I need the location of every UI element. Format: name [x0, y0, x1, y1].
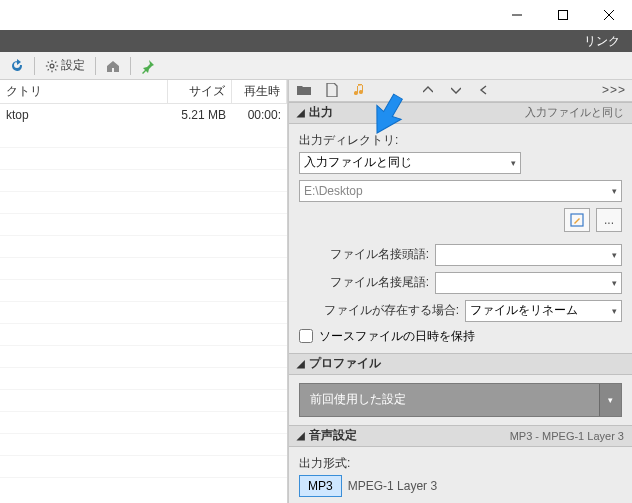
filelist-body[interactable]: ktop 5.21 MB 00:00: [0, 104, 287, 503]
chevron-down-icon: ▾ [612, 250, 617, 260]
refresh-icon[interactable] [6, 55, 28, 77]
svg-line-9 [48, 61, 49, 62]
settings-panel: >>> ◢ 出力 入力ファイルと同じ 出力ディレクトリ: 入力ファイルと同じ ▾… [288, 80, 632, 503]
format-button[interactable]: MP3 [299, 475, 342, 497]
collapse-triangle-icon: ◢ [297, 107, 305, 118]
format-label: 出力形式: [299, 455, 622, 472]
chevron-down-icon: ▾ [511, 158, 516, 168]
col-playtime[interactable]: 再生時 [232, 80, 287, 103]
collapse-icon[interactable] [419, 81, 437, 99]
chevron-down-icon: ▾ [612, 186, 617, 196]
profile-title: プロファイル [309, 355, 381, 372]
toolbar-separator [95, 57, 96, 75]
output-body: 出力ディレクトリ: 入力ファイルと同じ ▾ E:\Desktop ▾ ... フ… [289, 124, 632, 353]
more-button[interactable]: >>> [602, 83, 626, 97]
exists-label: ファイルが存在する場合: [299, 302, 459, 319]
suffix-combo[interactable]: ▾ [435, 272, 622, 294]
exists-combo[interactable]: ファイルをリネーム ▾ [465, 300, 622, 322]
audio-title: 音声設定 [309, 427, 357, 444]
profile-body: 前回使用した設定 ▾ [289, 375, 632, 425]
svg-line-10 [55, 69, 56, 70]
output-summary: 入力ファイルと同じ [525, 105, 624, 120]
collapse-triangle-icon: ◢ [297, 358, 305, 369]
maximize-button[interactable] [540, 0, 586, 30]
prev-icon[interactable] [475, 81, 493, 99]
profile-dropdown-button[interactable]: ▾ [599, 384, 621, 416]
svg-point-4 [50, 64, 54, 68]
cell-play: 00:00: [232, 104, 287, 126]
profile-combo[interactable]: 前回使用した設定 ▾ [299, 383, 622, 417]
chevron-down-icon: ▾ [612, 278, 617, 288]
outpath-value: E:\Desktop [304, 184, 363, 198]
file-list: クトリ サイズ 再生時 ktop 5.21 MB 00:00: [0, 80, 288, 503]
format-desc: MPEG-1 Layer 3 [348, 479, 437, 493]
outdir-value: 入力ファイルと同じ [304, 154, 412, 171]
outdir-combo[interactable]: 入力ファイルと同じ ▾ [299, 152, 521, 174]
outdir-label: 出力ディレクトリ: [299, 132, 622, 149]
main-area: クトリ サイズ 再生時 ktop 5.21 MB 00:00: [0, 80, 632, 503]
exists-value: ファイルをリネーム [470, 302, 578, 319]
main-toolbar: 設定 [0, 52, 632, 80]
titlebar [0, 0, 632, 30]
audio-summary: MP3 - MPEG-1 Layer 3 [510, 430, 624, 442]
prefix-label: ファイル名接頭語: [299, 246, 429, 263]
profile-header[interactable]: ◢ プロファイル [289, 353, 632, 375]
svg-line-11 [48, 69, 49, 70]
music-icon[interactable] [351, 81, 369, 99]
svg-rect-1 [559, 11, 568, 20]
settings-button[interactable]: 設定 [41, 57, 89, 74]
expand-icon[interactable] [447, 81, 465, 99]
edit-path-button[interactable] [564, 208, 590, 232]
keep-timestamp-checkbox[interactable]: ソースファイルの日時を保持 [299, 328, 622, 345]
audio-body: 出力形式: MP3 MPEG-1 Layer 3 [289, 447, 632, 503]
profile-value: 前回使用した設定 [300, 391, 599, 408]
minimize-button[interactable] [494, 0, 540, 30]
link-bar: リンク [0, 30, 632, 52]
keep-timestamp-input[interactable] [299, 329, 313, 343]
browse-button[interactable]: ... [596, 208, 622, 232]
suffix-label: ファイル名接尾語: [299, 274, 429, 291]
cell-size: 5.21 MB [168, 104, 232, 126]
svg-line-12 [55, 61, 56, 62]
audio-header[interactable]: ◢ 音声設定 MP3 - MPEG-1 Layer 3 [289, 425, 632, 447]
prefix-combo[interactable]: ▾ [435, 244, 622, 266]
col-size[interactable]: サイズ [168, 80, 232, 103]
toolbar-separator [34, 57, 35, 75]
close-button[interactable] [586, 0, 632, 30]
home-icon[interactable] [102, 55, 124, 77]
folder-icon[interactable] [295, 81, 313, 99]
cell-dir: ktop [0, 104, 168, 126]
outpath-combo[interactable]: E:\Desktop ▾ [299, 180, 622, 202]
toolbar-separator [130, 57, 131, 75]
chevron-down-icon: ▾ [612, 306, 617, 316]
filelist-header: クトリ サイズ 再生時 [0, 80, 287, 104]
table-row[interactable]: ktop 5.21 MB 00:00: [0, 104, 287, 126]
pin-icon[interactable] [137, 55, 159, 77]
output-title: 出力 [309, 104, 333, 121]
keep-timestamp-label: ソースファイルの日時を保持 [319, 328, 475, 345]
link-label[interactable]: リンク [584, 33, 620, 50]
file-icon[interactable] [323, 81, 341, 99]
output-header[interactable]: ◢ 出力 入力ファイルと同じ [289, 102, 632, 124]
col-directory[interactable]: クトリ [0, 80, 168, 103]
collapse-triangle-icon: ◢ [297, 430, 305, 441]
settings-label: 設定 [61, 57, 85, 74]
panel-toolbar: >>> [289, 80, 632, 102]
